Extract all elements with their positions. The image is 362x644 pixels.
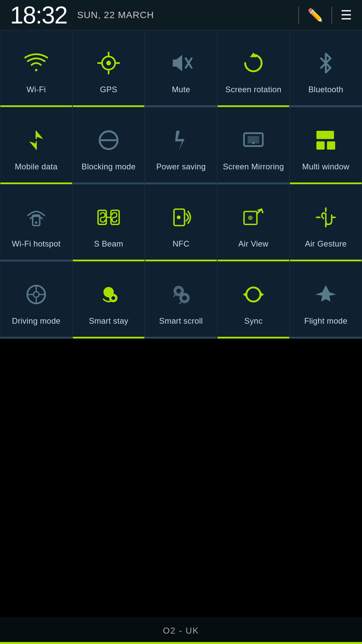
svg-marker-10 xyxy=(36,131,43,139)
wifi-hotspot-label: Wi-Fi hotspot xyxy=(12,238,60,249)
driving-mode-label: Driving mode xyxy=(12,316,61,326)
svg-marker-33 xyxy=(325,208,327,210)
gps-bar xyxy=(73,105,144,107)
svg-marker-12 xyxy=(29,141,36,150)
svg-rect-19 xyxy=(316,131,334,139)
tile-bluetooth[interactable]: Bluetooth xyxy=(290,30,362,107)
smart-scroll-label: Smart scroll xyxy=(159,316,203,326)
svg-marker-6 xyxy=(173,55,182,71)
nfc-bar xyxy=(145,260,217,261)
tile-nfc[interactable]: NFC xyxy=(145,184,217,262)
smart-stay-label: Smart stay xyxy=(89,316,128,326)
mute-label: Mute xyxy=(172,84,190,95)
svg-point-28 xyxy=(177,215,180,219)
air-view-bar xyxy=(218,260,289,261)
list-icon[interactable]: ☰ xyxy=(341,8,352,22)
svg-point-49 xyxy=(182,296,187,300)
mobile-data-label: Mobile data xyxy=(15,161,57,172)
screen-rotation-label: Screen rotation xyxy=(225,84,281,95)
screen-rotation-bar xyxy=(218,105,289,107)
multi-window-label: Multi window xyxy=(302,161,350,172)
sync-icon xyxy=(238,279,268,310)
tile-mobile-data[interactable]: Mobile data xyxy=(0,107,72,184)
tiles-grid: Wi-Fi GPS Mute Screen rotation Bluetooth… xyxy=(0,30,362,339)
edit-icon[interactable]: ✏️ xyxy=(307,8,323,22)
quick-settings-panel: Wi-Fi GPS Mute Screen rotation Bluetooth… xyxy=(0,30,362,339)
mobile-data-bar xyxy=(0,182,72,184)
s-beam-label: S Beam xyxy=(94,238,123,249)
bluetooth-bar xyxy=(290,105,362,107)
driving-mode-bar xyxy=(0,337,72,338)
tile-wifi[interactable]: Wi-Fi xyxy=(0,30,72,107)
smart-scroll-bar xyxy=(145,337,217,338)
bluetooth-icon xyxy=(311,48,341,78)
smart-scroll-icon xyxy=(166,279,196,310)
screen-mirroring-bar xyxy=(218,182,289,184)
power-saving-bar xyxy=(145,182,217,184)
multi-window-icon xyxy=(311,125,341,155)
tile-smart-stay[interactable]: Smart stay xyxy=(72,262,145,339)
svg-marker-52 xyxy=(243,292,247,297)
wifi-icon xyxy=(21,48,51,78)
gps-icon xyxy=(94,48,124,78)
tile-smart-scroll[interactable]: Smart scroll xyxy=(145,262,217,339)
svg-point-46 xyxy=(176,288,181,293)
svg-point-30 xyxy=(248,215,253,220)
tile-power-saving[interactable]: Power saving xyxy=(145,107,217,184)
tile-blocking-mode[interactable]: Blocking mode xyxy=(72,107,145,184)
svg-marker-34 xyxy=(325,225,327,227)
gps-label: GPS xyxy=(100,84,117,95)
flight-mode-icon xyxy=(311,279,341,310)
air-view-label: Air View xyxy=(238,238,268,249)
svg-point-1 xyxy=(106,61,111,65)
tile-air-gesture[interactable]: Air Gesture xyxy=(290,184,362,262)
svg-point-43 xyxy=(111,296,115,300)
screen-rotation-icon xyxy=(238,48,268,78)
s-beam-icon xyxy=(94,202,124,232)
time-display: 18:32 xyxy=(10,1,67,29)
flight-mode-bar xyxy=(290,337,362,338)
tile-driving-mode[interactable]: Driving mode xyxy=(0,262,72,339)
smart-stay-icon xyxy=(94,279,124,310)
tile-flight-mode[interactable]: Flight mode xyxy=(290,262,362,339)
tile-gps[interactable]: GPS xyxy=(72,30,145,107)
screen-mirroring-label: Screen Mirroring xyxy=(223,161,284,172)
empty-area xyxy=(0,339,362,644)
status-icons: ✏️ ☰ xyxy=(298,7,352,23)
mute-bar xyxy=(145,105,217,107)
svg-line-50 xyxy=(179,302,181,304)
wifi-bar xyxy=(0,105,72,107)
tile-air-view[interactable]: Air View xyxy=(217,184,290,262)
air-gesture-icon xyxy=(311,202,341,232)
svg-rect-20 xyxy=(316,141,325,150)
mute-icon xyxy=(166,48,196,78)
bottom-bar: O2 - UK xyxy=(0,617,362,644)
date-display: SUN, 22 MARCH xyxy=(77,10,154,20)
tile-s-beam[interactable]: S Beam xyxy=(72,184,145,262)
divider-2 xyxy=(331,7,332,23)
tile-mute[interactable]: Mute xyxy=(145,30,217,107)
driving-mode-icon xyxy=(21,279,51,310)
power-saving-label: Power saving xyxy=(156,161,206,172)
carrier-text: O2 - UK xyxy=(163,626,199,636)
blocking-mode-bar xyxy=(73,182,144,184)
blocking-mode-label: Blocking mode xyxy=(81,161,135,172)
svg-point-18 xyxy=(252,142,255,144)
smart-stay-bar xyxy=(73,337,144,338)
s-beam-bar xyxy=(73,260,144,261)
air-view-icon xyxy=(238,202,268,232)
bluetooth-label: Bluetooth xyxy=(308,84,343,95)
tile-multi-window[interactable]: Multi window xyxy=(290,107,362,184)
tile-screen-mirroring[interactable]: Screen Mirroring xyxy=(217,107,290,184)
air-gesture-bar xyxy=(290,260,362,261)
tile-screen-rotation[interactable]: Screen rotation xyxy=(217,30,290,107)
divider-1 xyxy=(298,7,299,23)
nfc-icon xyxy=(166,202,196,232)
wifi-hotspot-icon xyxy=(21,202,51,232)
sync-label: Sync xyxy=(244,316,263,326)
tile-wifi-hotspot[interactable]: Wi-Fi hotspot xyxy=(0,184,72,262)
multi-window-bar xyxy=(290,182,362,184)
wifi-hotspot-bar xyxy=(0,260,72,261)
tile-sync[interactable]: Sync xyxy=(217,262,290,339)
blocking-mode-icon xyxy=(94,125,124,155)
